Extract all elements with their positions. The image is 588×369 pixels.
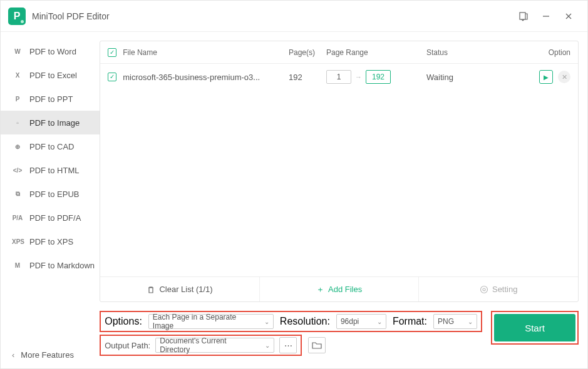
sidebar-item-icon: </> xyxy=(12,167,23,174)
file-table: ✓ File Name Page(s) Page Range Status Op… xyxy=(100,41,579,302)
svg-point-4 xyxy=(483,288,485,291)
sidebar-item-icon: ⊕ xyxy=(12,143,23,150)
sidebar-item-icon: P/A xyxy=(12,215,23,221)
header-range: Page Range xyxy=(326,48,426,57)
sidebar-item-label: PDF to PPT xyxy=(29,94,73,104)
close-button[interactable] xyxy=(557,5,580,28)
sidebar-item-label: PDF to Image xyxy=(29,118,80,128)
header-pages: Page(s) xyxy=(289,48,326,57)
svg-rect-0 xyxy=(520,13,525,19)
gear-icon xyxy=(480,285,488,294)
clear-list-label: Clear List (1/1) xyxy=(159,285,212,294)
open-folder-button[interactable] xyxy=(308,337,326,353)
sidebar-item-pdf-to-html[interactable]: </>PDF to HTML xyxy=(1,158,100,182)
start-button[interactable]: Start xyxy=(494,314,575,341)
chevron-down-icon: ⌄ xyxy=(468,318,473,325)
output-path-value: Document's Current Directory xyxy=(160,336,257,354)
row-checkbox[interactable]: ✓ xyxy=(108,73,116,81)
sidebar-item-pdf-to-xps[interactable]: XPSPDF to XPS xyxy=(1,230,100,253)
page-from-input[interactable] xyxy=(326,70,351,84)
chevron-down-icon: ⌄ xyxy=(377,318,382,325)
format-select[interactable]: PNG ⌄ xyxy=(433,314,477,329)
minimize-button[interactable] xyxy=(535,5,557,28)
clear-list-button[interactable]: Clear List (1/1) xyxy=(100,277,260,301)
sidebar-item-icon: ⧉ xyxy=(12,190,23,198)
dots-icon: ⋯ xyxy=(284,341,292,350)
output-path-row: Output Path: Document's Current Director… xyxy=(100,335,302,356)
sidebar-item-label: PDF to Excel xyxy=(29,71,77,80)
options-value: Each Page in a Separate Image xyxy=(153,313,257,330)
resolution-label: Resolution: xyxy=(280,316,330,327)
sidebar-item-label: PDF to EPUB xyxy=(29,190,79,199)
chevron-left-icon: ‹ xyxy=(12,350,14,360)
row-pages: 192 xyxy=(289,73,326,82)
sidebar-item-pdf-to-word[interactable]: WPDF to Word xyxy=(1,39,100,63)
format-value: PNG xyxy=(438,317,454,326)
table-footer: Clear List (1/1) ＋ Add Files Setting xyxy=(100,276,578,301)
plus-icon: ＋ xyxy=(316,284,324,295)
table-row: ✓microsoft-365-business-premium-o3...192… xyxy=(100,64,578,90)
output-path-select[interactable]: Document's Current Directory ⌄ xyxy=(155,338,274,353)
header-filename: File Name xyxy=(123,48,289,57)
options-select[interactable]: Each Page in a Separate Image ⌄ xyxy=(148,314,274,329)
sidebar-item-pdf-to-excel[interactable]: XPDF to Excel xyxy=(1,63,100,87)
chevron-down-icon: ⌄ xyxy=(265,342,270,349)
table-header: ✓ File Name Page(s) Page Range Status Op… xyxy=(100,41,578,64)
remove-row-button[interactable]: ✕ xyxy=(558,71,570,83)
app-logo: P xyxy=(8,8,26,25)
sidebar-item-label: PDF to CAD xyxy=(29,142,75,151)
start-highlight: Start xyxy=(491,311,579,345)
output-path-label: Output Path: xyxy=(105,341,150,350)
folder-icon xyxy=(312,341,322,350)
sidebar-item-icon: X xyxy=(12,72,23,79)
sidebar-item-icon: XPS xyxy=(12,238,23,245)
sidebar-item-pdf-to-pdf-a[interactable]: P/APDF to PDF/A xyxy=(1,206,100,230)
svg-point-5 xyxy=(480,286,487,293)
conversion-options-row: Options: Each Page in a Separate Image ⌄… xyxy=(100,311,482,332)
row-filename: microsoft-365-business-premium-o3... xyxy=(123,73,289,82)
more-features-label: More Features xyxy=(21,350,74,360)
more-dots-button[interactable]: ⋯ xyxy=(279,337,297,353)
titlebar: P MiniTool PDF Editor xyxy=(1,1,587,32)
sidebar-item-icon: W xyxy=(12,48,23,55)
sidebar-item-pdf-to-image[interactable]: ▫PDF to Image xyxy=(1,111,100,134)
resolution-select[interactable]: 96dpi ⌄ xyxy=(336,314,386,329)
sidebar-item-label: PDF to XPS xyxy=(29,237,73,246)
titlebar-tool-icon[interactable] xyxy=(512,5,535,28)
header-status: Status xyxy=(426,48,520,57)
sidebar-item-pdf-to-markdown[interactable]: MPDF to Markdown xyxy=(1,253,100,277)
add-files-button[interactable]: ＋ Add Files xyxy=(260,277,420,301)
setting-label: Setting xyxy=(492,285,517,294)
sidebar-item-pdf-to-ppt[interactable]: PPDF to PPT xyxy=(1,87,100,111)
setting-button[interactable]: Setting xyxy=(419,277,578,301)
more-features-button[interactable]: ‹ More Features xyxy=(1,341,100,368)
sidebar-item-icon: P xyxy=(12,96,23,103)
page-to-input[interactable] xyxy=(366,70,391,84)
trash-icon xyxy=(147,285,155,294)
sidebar: WPDF to WordXPDF to ExcelPPDF to PPT▫PDF… xyxy=(1,32,100,368)
sidebar-item-label: PDF to Word xyxy=(29,47,76,56)
options-label: Options: xyxy=(105,316,142,327)
start-label: Start xyxy=(525,323,545,333)
arrow-right-icon: → xyxy=(355,73,362,81)
chevron-down-icon: ⌄ xyxy=(264,318,269,325)
sidebar-item-label: PDF to Markdown xyxy=(29,261,95,270)
sidebar-item-icon: M xyxy=(12,262,23,269)
resolution-value: 96dpi xyxy=(341,317,359,326)
sidebar-item-label: PDF to PDF/A xyxy=(29,213,81,223)
header-option: Option xyxy=(520,48,570,57)
sidebar-item-pdf-to-cad[interactable]: ⊕PDF to CAD xyxy=(1,134,100,158)
sidebar-item-icon: ▫ xyxy=(12,119,23,126)
sidebar-item-label: PDF to HTML xyxy=(29,166,79,175)
format-label: Format: xyxy=(393,316,427,327)
select-all-checkbox[interactable]: ✓ xyxy=(108,48,116,57)
row-status: Waiting xyxy=(426,73,520,82)
sidebar-item-pdf-to-epub[interactable]: ⧉PDF to EPUB xyxy=(1,182,100,206)
convert-row-button[interactable]: ▶ xyxy=(539,70,553,84)
add-files-label: Add Files xyxy=(328,285,362,294)
app-title: MiniTool PDF Editor xyxy=(32,11,110,21)
